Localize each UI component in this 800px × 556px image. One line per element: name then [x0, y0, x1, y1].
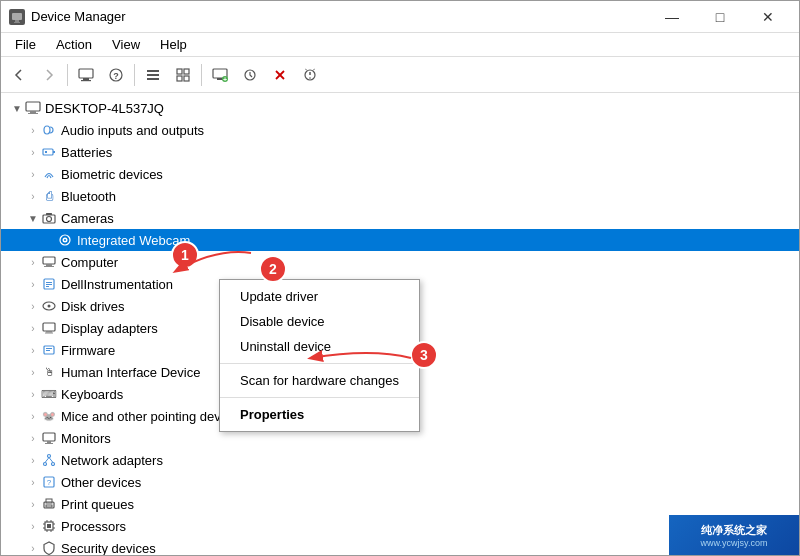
monitor-button[interactable]: +: [206, 61, 234, 89]
mice-icon: 🐭: [41, 408, 57, 424]
svg-point-45: [48, 305, 51, 308]
biometric-expand-icon: ›: [25, 166, 41, 182]
uninstall-button[interactable]: [266, 61, 294, 89]
svg-rect-48: [45, 333, 53, 334]
svg-rect-33: [46, 213, 52, 215]
batteries-label: Batteries: [61, 145, 112, 160]
svg-text:+: +: [223, 75, 227, 82]
biometric-label: Biometric devices: [61, 167, 163, 182]
dellinst-icon: [41, 276, 57, 292]
audio-expand-icon: ›: [25, 122, 41, 138]
audio-label: Audio inputs and outputs: [61, 123, 204, 138]
maximize-button[interactable]: □: [697, 1, 743, 33]
svg-rect-30: [45, 151, 47, 153]
scan-button[interactable]: [296, 61, 324, 89]
svg-rect-43: [46, 286, 49, 287]
svg-rect-50: [46, 348, 52, 349]
toolbar-sep3: [201, 64, 202, 86]
keyboards-icon: ⌨: [41, 386, 57, 402]
otherdev-label: Other devices: [61, 475, 141, 490]
toolbar-sep2: [134, 64, 135, 86]
svg-rect-64: [46, 505, 52, 507]
computer-view-button[interactable]: [72, 61, 100, 89]
display-icon: [41, 320, 57, 336]
tree-item-audio[interactable]: › Audio inputs and outputs: [1, 119, 799, 141]
menu-help[interactable]: Help: [150, 35, 197, 54]
svg-point-27: [44, 126, 50, 134]
hid-label: Human Interface Device: [61, 365, 200, 380]
context-update-driver[interactable]: Update driver: [220, 284, 419, 309]
print-label: Print queues: [61, 497, 134, 512]
tree-item-cameras[interactable]: ▼ Cameras: [1, 207, 799, 229]
svg-rect-4: [83, 78, 89, 80]
processors-icon: [41, 518, 57, 534]
disk-icon: [41, 298, 57, 314]
context-uninstall-device[interactable]: Uninstall device: [220, 334, 419, 359]
svg-rect-29: [53, 151, 55, 153]
dellinst-label: DellInstrumentation: [61, 277, 173, 292]
svg-point-36: [64, 239, 66, 241]
update-driver-button[interactable]: [236, 61, 264, 89]
back-button[interactable]: [5, 61, 33, 89]
svg-rect-13: [177, 76, 182, 81]
computer-icon2: [41, 254, 57, 270]
context-disable-device[interactable]: Disable device: [220, 309, 419, 334]
hid-expand-icon: ›: [25, 364, 41, 380]
tree-item-bluetooth[interactable]: › ⎙ Bluetooth: [1, 185, 799, 207]
keyboards-label: Keyboards: [61, 387, 123, 402]
menu-action[interactable]: Action: [46, 35, 102, 54]
toolbar: ? +: [1, 57, 799, 93]
step-badge-3: 3: [410, 341, 438, 369]
computer-icon: [25, 100, 41, 116]
context-scan-hardware[interactable]: Scan for hardware changes: [220, 368, 419, 393]
watermark-subtitle: www.ycwjsy.com: [701, 538, 768, 548]
tree-item-otherdev[interactable]: › ? Other devices: [1, 471, 799, 493]
batteries-expand-icon: ›: [25, 144, 41, 160]
otherdev-icon: ?: [41, 474, 57, 490]
view-button1[interactable]: [139, 61, 167, 89]
security-label: Security devices: [61, 541, 156, 556]
webcam-expand-icon: [41, 232, 57, 248]
view-button2[interactable]: [169, 61, 197, 89]
monitors-label: Monitors: [61, 431, 111, 446]
dellinst-expand-icon: ›: [25, 276, 41, 292]
monitors-icon: [41, 430, 57, 446]
close-button[interactable]: ✕: [745, 1, 791, 33]
firmware-icon: [41, 342, 57, 358]
tree-item-print[interactable]: › Print queues: [1, 493, 799, 515]
tree-item-batteries[interactable]: › Batteries: [1, 141, 799, 163]
security-icon: [41, 540, 57, 555]
svg-rect-11: [177, 69, 182, 74]
forward-button[interactable]: [35, 61, 63, 89]
network-label: Network adapters: [61, 453, 163, 468]
tree-item-webcam[interactable]: Integrated Webcam: [1, 229, 799, 251]
watermark-title: 纯净系统之家: [701, 523, 767, 538]
svg-rect-3: [79, 69, 93, 78]
help-button[interactable]: ?: [102, 61, 130, 89]
tree-item-biometric[interactable]: › Biometric devices: [1, 163, 799, 185]
minimize-button[interactable]: —: [649, 1, 695, 33]
svg-rect-52: [43, 433, 55, 441]
webcam-icon: [57, 232, 73, 248]
svg-rect-41: [46, 282, 52, 283]
svg-rect-2: [14, 22, 20, 23]
svg-rect-26: [28, 113, 38, 114]
svg-point-56: [44, 463, 47, 466]
title-bar: Device Manager — □ ✕: [1, 1, 799, 33]
display-label: Display adapters: [61, 321, 158, 336]
svg-rect-53: [47, 441, 51, 443]
processors-expand-icon: ›: [25, 518, 41, 534]
svg-line-58: [45, 458, 49, 463]
svg-rect-5: [81, 80, 91, 81]
svg-rect-38: [46, 264, 52, 266]
tree-item-computer[interactable]: › Computer: [1, 251, 799, 273]
title-bar-controls: — □ ✕: [649, 1, 791, 33]
svg-rect-66: [47, 524, 51, 528]
menu-view[interactable]: View: [102, 35, 150, 54]
firmware-expand-icon: ›: [25, 342, 41, 358]
tree-item-network[interactable]: › Network adapters: [1, 449, 799, 471]
menu-file[interactable]: File: [5, 35, 46, 54]
context-properties[interactable]: Properties: [220, 402, 419, 427]
tree-root[interactable]: ▼ DESKTOP-4L537JQ: [1, 97, 799, 119]
svg-rect-8: [147, 70, 159, 72]
